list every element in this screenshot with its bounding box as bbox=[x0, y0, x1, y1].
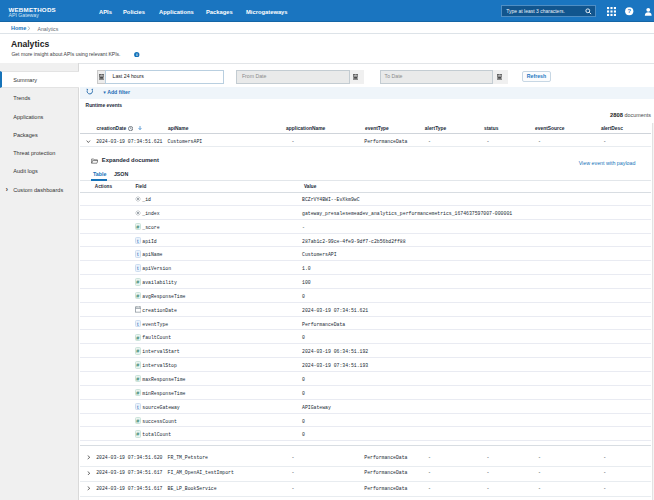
svg-text:?: ? bbox=[627, 8, 631, 14]
